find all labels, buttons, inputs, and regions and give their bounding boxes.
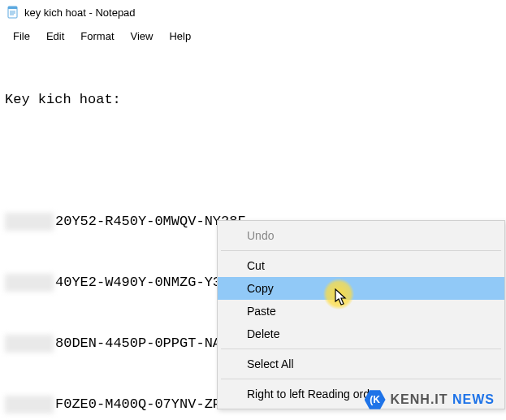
- watermark: (K KENH.IT NEWS: [365, 389, 495, 410]
- obscured-prefix: [5, 274, 54, 292]
- window-title: key kich hoat - Notepad: [24, 6, 136, 19]
- menu-view[interactable]: View: [123, 27, 162, 45]
- menu-format[interactable]: Format: [72, 27, 122, 45]
- ctx-separator: [221, 379, 501, 379]
- ctx-paste[interactable]: Paste: [218, 300, 504, 323]
- obscured-prefix: [5, 396, 54, 414]
- obscured-prefix: [5, 213, 54, 231]
- menu-file[interactable]: File: [5, 27, 38, 45]
- context-menu: Undo Cut Copy Paste Delete Select All Ri…: [217, 220, 505, 409]
- notepad-icon: [6, 6, 19, 19]
- ctx-select-all[interactable]: Select All: [218, 353, 504, 375]
- editor-header: Key kich hoat:: [5, 89, 501, 110]
- menu-bar: File Edit Format View Help: [0, 24, 506, 47]
- watermark-logo-icon: (K: [365, 389, 386, 410]
- watermark-text: KENH.IT NEWS: [391, 392, 495, 407]
- obscured-prefix: [5, 335, 54, 353]
- ctx-separator: [221, 250, 501, 251]
- menu-help[interactable]: Help: [161, 27, 199, 45]
- svg-rect-1: [8, 6, 17, 9]
- ctx-cut[interactable]: Cut: [218, 254, 504, 277]
- ctx-copy[interactable]: Copy: [218, 277, 504, 300]
- ctx-delete[interactable]: Delete: [218, 323, 504, 345]
- menu-edit[interactable]: Edit: [38, 27, 72, 45]
- ctx-separator: [221, 349, 501, 349]
- blank-line: [5, 150, 501, 171]
- title-bar: key kich hoat - Notepad: [0, 0, 506, 24]
- ctx-undo[interactable]: Undo: [218, 224, 504, 247]
